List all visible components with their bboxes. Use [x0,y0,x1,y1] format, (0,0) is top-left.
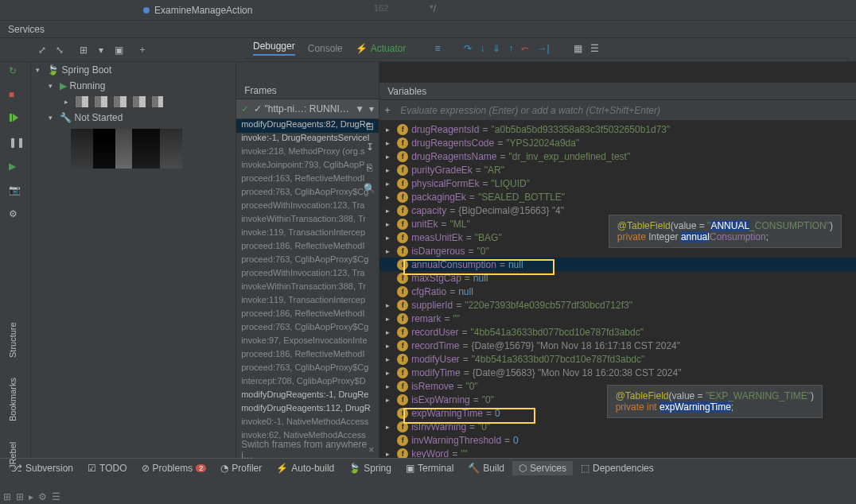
variable-row[interactable]: ▸fdrugReagentsName = "dr_inv_exp_undefin… [379,149,856,163]
variable-row[interactable]: ▸fisInvWarning = "0" [379,420,856,433]
variable-row[interactable]: fmaxStgCap = null [379,271,856,285]
search-icon[interactable]: 🔍 [364,183,375,194]
tab-autobuild[interactable]: ⚡Auto-build [270,461,340,475]
frame-row[interactable]: proceedWithInvocation:123, Tra [236,200,379,214]
frame-row[interactable]: proceed:763, CglibAopProxy$Cg [236,187,379,200]
variable-row[interactable]: ▸frecordUser = "4bb541a3633bd077bcd10e78… [379,325,856,339]
filter-icon[interactable]: ▼ [355,103,364,114]
side-tab-jrebel[interactable]: JRebel [8,442,18,469]
variable-row[interactable]: ▸fpurityGradeEk = "AR" [379,163,856,176]
side-tab-structure[interactable]: Structure [8,322,18,358]
chevron-down-icon[interactable]: ▾ [369,103,374,114]
run-to-cursor-icon[interactable]: →| [537,43,549,54]
add-watch-icon[interactable]: ＋ [379,103,395,117]
settings-icon[interactable]: ⚙ [9,208,21,221]
side-tab-bookmarks[interactable]: Bookmarks [8,378,18,421]
frame-row[interactable]: modifyDrugReagents:112, DrugR [236,403,379,417]
tree-running[interactable]: ▾ ▶ Running [31,78,236,94]
rerun-icon[interactable]: ↻ [9,65,21,78]
step-out-icon[interactable]: ↑ [508,43,513,54]
frames-thread-selector[interactable]: ✓ ✓ "http-ni…: RUNNING ▼ ▾ [236,99,379,119]
force-step-into-icon[interactable]: ⇓ [492,43,500,54]
drop-frame-icon[interactable]: ⤺ [521,43,529,54]
camera-icon[interactable]: 📷 [9,184,21,197]
tree-not-started[interactable]: ▾ 🔧 Not Started [31,110,236,126]
frame-row[interactable]: proceed:186, ReflectiveMethodI [236,308,379,322]
stop-icon[interactable]: ■ [9,89,21,102]
frame-row[interactable]: invoke:119, TransactionIntercep [236,227,379,241]
frame-row[interactable]: proceed:186, ReflectiveMethodI [236,241,379,254]
variable-row[interactable]: fcfgRatio = null [379,285,856,298]
trace-icon[interactable]: ☰ [590,43,599,54]
frame-row[interactable]: modifyDrugReagents:-1, DrugRe [236,390,379,403]
frame-row[interactable]: invoke0:-1, NativeMethodAccess [236,417,379,430]
tab-dependencies[interactable]: ⬚Dependencies [574,461,660,475]
variable-row[interactable]: ▸fphysicalFormEk = "LIQUID" [379,176,856,190]
variable-row[interactable]: finvWarningThreshold = 0 [379,433,856,447]
variable-row[interactable]: ▸fmodifyUser = "4bb541a3633bd077bcd10e78… [379,352,856,366]
layout-icon[interactable]: ▣ [111,43,126,57]
close-icon[interactable]: × [368,444,374,456]
chevron-icon: ▸ [386,153,394,161]
tree-root[interactable]: ▾ 🍃 Spring Boot [31,62,236,78]
frame-row[interactable]: proceed:163, ReflectiveMethodI [236,173,379,187]
editor-tab[interactable]: ExamineManageAction [135,2,260,19]
frame-row[interactable]: intercept:708, CglibAopProxy$D [236,376,379,390]
frame-row[interactable]: invoke:-1, DrugReagentsServiceI [236,133,379,146]
nav-icon[interactable]: ↧ [366,142,374,153]
frame-row[interactable]: modifyDrugReagents:82, DrugRe [236,119,379,133]
tab-profiler[interactable]: ◔Profiler [214,461,268,475]
equals: = [497,138,503,149]
step-bar-icon[interactable]: ≡ [434,43,440,54]
variable-row[interactable]: ▸fmodifyTime = {Date@15683} "Mon Nov 18 … [379,366,856,379]
variable-row[interactable]: ▸fdrugReagentsCode = "YPSJ2024a9da" [379,136,856,149]
variable-row[interactable]: ▸fdrugReagentsId = "a0b5ba5bd933358a83c3… [379,122,856,136]
group-icon[interactable]: ⊞ [76,43,91,57]
frame-row[interactable]: proceed:763, CglibAopProxy$Cg [236,362,379,376]
step-over-icon[interactable]: ↷ [464,43,472,54]
frame-row[interactable]: invokeWithinTransaction:388, Tr [236,281,379,295]
tab-todo[interactable]: ☑TODO [81,461,133,475]
tab-services[interactable]: ⬡Services [512,461,573,475]
evaluate-icon[interactable]: ▦ [574,43,582,54]
frame-row[interactable]: invoke:218, MethodProxy (org.s [236,146,379,160]
add-icon[interactable]: ＋ [135,43,150,57]
variable-row[interactable]: fannualConsumption = null [379,258,856,271]
frame-row[interactable]: proceed:763, CglibAopProxy$Cg [236,254,379,268]
evaluate-input[interactable] [395,105,856,116]
variable-row[interactable]: ▸frecordTime = {Date@15679} "Mon Nov 18 … [379,339,856,352]
frame-row[interactable]: invoke:119, TransactionIntercep [236,295,379,308]
frame-row[interactable]: invokeJoinpoint:793, CglibAopP [236,160,379,173]
tree-item[interactable]: ▸ [31,94,236,110]
variable-row[interactable]: ▸fpackagingEk = "SEALED_BOTTLE" [379,190,856,204]
frame-row[interactable]: proceedWithInvocation:123, Tra [236,268,379,281]
variable-value: "a0b5ba5bd933358a83c3f5032650b1d73" [492,124,671,135]
run-icon[interactable]: ▶ [9,161,21,173]
nav-icon[interactable]: ⊟ [366,121,374,132]
frame-row[interactable]: invoke:97, ExposeInvocationInte [236,335,379,349]
frame-row[interactable]: proceed:186, ReflectiveMethodI [236,349,379,362]
tab-debugger[interactable]: Debugger [253,41,295,56]
copy-icon[interactable]: ⎘ [367,162,372,173]
resume-icon[interactable] [9,113,21,126]
tab-terminal[interactable]: ▣Terminal [399,461,460,475]
equals: = [476,165,481,176]
collapse-icon[interactable]: ⤡ [53,43,67,57]
tab-spring[interactable]: 🍃Spring [342,461,398,475]
variable-row[interactable]: ▸fremark = "" [379,312,856,325]
tab-console[interactable]: Console [308,43,343,54]
frame-row[interactable]: invokeWithinTransaction:388, Tr [236,214,379,227]
variable-row[interactable]: ▸fsupplierId = "220e7393bf4e039cb577df30… [379,298,856,312]
tab-build[interactable]: 🔨Build [461,461,511,475]
expand-icon[interactable]: ⤢ [35,43,49,57]
filter-icon[interactable]: ▾ [94,43,108,57]
chevron-icon: ▸ [386,220,394,228]
field-icon: f [397,435,408,446]
step-into-icon[interactable]: ↓ [480,43,484,54]
frame-row[interactable]: proceed:763, CglibAopProxy$Cg [236,322,379,335]
pause-icon[interactable]: ❚❚ [9,137,21,149]
tab-problems[interactable]: ⊘Problems2 [135,461,213,475]
variable-row[interactable]: ▸fkeyWord = "" [379,447,856,458]
frames-list[interactable]: modifyDrugReagents:82, DrugReinvoke:-1, … [236,119,379,442]
tab-actuator[interactable]: ⚡Actuator [356,43,407,54]
